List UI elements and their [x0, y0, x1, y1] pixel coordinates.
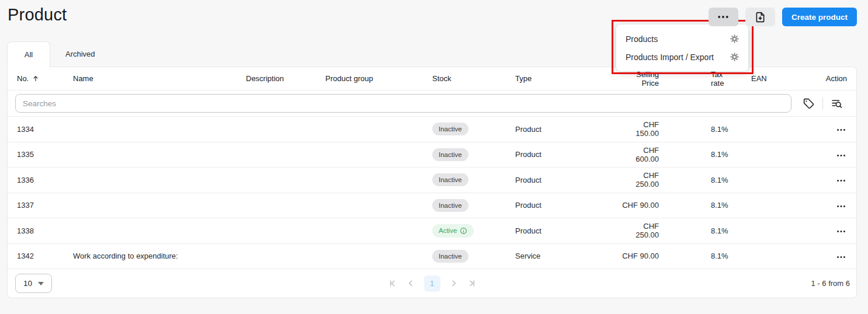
- column-header-stock[interactable]: Stock: [432, 74, 515, 83]
- menu-item-products-import-export[interactable]: Products Import / Export: [616, 48, 748, 66]
- gear-icon[interactable]: [730, 52, 739, 62]
- table-footer: 10 1: [8, 269, 856, 298]
- search-row: [8, 90, 856, 117]
- first-page-icon: [388, 279, 397, 288]
- stock-badge: Inactive: [432, 173, 468, 186]
- row-actions-button[interactable]: [835, 126, 847, 134]
- sort-asc-icon: [32, 75, 39, 82]
- row-actions-button[interactable]: [835, 152, 847, 159]
- cell-selling-price: CHF 90.00: [619, 252, 683, 260]
- advanced-search-button[interactable]: [829, 96, 845, 111]
- cell-action: [815, 124, 847, 134]
- cell-tax-rate: 8.1%: [683, 252, 736, 260]
- divider: [822, 97, 823, 110]
- cell-tax-rate: 8.1%: [683, 176, 736, 184]
- page-size-value: 10: [23, 279, 32, 288]
- column-header-ean[interactable]: EAN: [736, 74, 815, 83]
- column-header-type[interactable]: Type: [515, 74, 619, 83]
- cell-selling-price: CHF 250.00: [619, 222, 683, 239]
- cell-stock: Inactive: [432, 250, 515, 263]
- cell-stock: Inactive: [432, 173, 515, 186]
- menu-item-products[interactable]: Products: [616, 30, 748, 48]
- table-row[interactable]: 1334 Inactive Product CHF 150.00 8.1%: [8, 117, 856, 142]
- row-actions-button[interactable]: [835, 203, 847, 210]
- row-actions-button[interactable]: [835, 228, 847, 235]
- ellipsis-icon: [836, 128, 846, 131]
- search-input[interactable]: [15, 94, 791, 113]
- cell-action: [815, 252, 847, 261]
- cell-no: 1338: [17, 226, 73, 235]
- table-row[interactable]: 1337 Inactive Product CHF 90.00 8.1%: [8, 193, 856, 219]
- tab-all[interactable]: All: [7, 41, 50, 67]
- list-search-icon: [831, 97, 843, 110]
- info-icon[interactable]: [460, 227, 467, 235]
- table-row[interactable]: 1335 Inactive Product CHF 600.00 8.1%: [8, 142, 856, 168]
- toolbar: Create product: [709, 8, 857, 26]
- table-body: 1334 Inactive Product CHF 150.00 8.1% 13…: [8, 117, 856, 269]
- column-header-product-group[interactable]: Product group: [325, 74, 432, 83]
- tag-icon: [803, 97, 815, 110]
- row-actions-button[interactable]: [835, 177, 847, 184]
- pagination: 1: [387, 275, 478, 292]
- cell-no: 1337: [17, 201, 73, 210]
- table-row[interactable]: 1338 Active Product CHF 250.00 8.1%: [8, 218, 856, 244]
- stock-badge-label: Inactive: [439, 253, 462, 260]
- tab-archived[interactable]: Archived: [50, 41, 110, 67]
- first-page-button[interactable]: [387, 278, 398, 289]
- cell-stock: Active: [432, 224, 515, 238]
- products-table: No. Name Description Product group Stock…: [7, 67, 857, 298]
- next-page-button[interactable]: [448, 278, 459, 289]
- column-header-description[interactable]: Description: [246, 74, 325, 83]
- ellipsis-icon: [836, 205, 846, 208]
- last-page-button[interactable]: [467, 278, 478, 289]
- cell-type: Product: [515, 176, 619, 184]
- stock-badge-label: Inactive: [439, 125, 462, 132]
- stock-badge-label: Active: [439, 227, 457, 234]
- last-page-icon: [468, 279, 477, 288]
- stock-badge-label: Inactive: [439, 202, 462, 209]
- chevron-right-icon: [449, 279, 458, 288]
- cell-type: Product: [515, 226, 619, 235]
- ellipsis-icon: [717, 15, 729, 19]
- more-actions-button[interactable]: [709, 8, 738, 26]
- cell-stock: Inactive: [432, 123, 515, 135]
- column-header-name[interactable]: Name: [73, 74, 246, 83]
- ellipsis-icon: [836, 179, 846, 182]
- column-header-action: Action: [815, 74, 847, 83]
- stock-badge: Inactive: [432, 250, 468, 263]
- more-actions-menu: Products Products Import / Export: [616, 25, 748, 71]
- cell-type: Service: [515, 252, 619, 260]
- column-header-no[interactable]: No.: [17, 74, 73, 83]
- page-size-select[interactable]: 10: [15, 274, 52, 293]
- cell-selling-price: CHF 600.00: [619, 146, 683, 163]
- cell-tax-rate: 8.1%: [683, 125, 736, 134]
- ellipsis-icon: [836, 230, 846, 233]
- row-actions-button[interactable]: [835, 253, 847, 261]
- column-header-selling-price[interactable]: Selling Price: [619, 70, 683, 88]
- cell-type: Product: [515, 125, 619, 134]
- previous-page-button[interactable]: [405, 278, 416, 289]
- table-row[interactable]: 1336 Inactive Product CHF 250.00 8.1%: [8, 168, 856, 193]
- create-product-button[interactable]: Create product: [782, 8, 857, 26]
- tag-filter-button[interactable]: [801, 96, 817, 111]
- export-button[interactable]: [745, 8, 775, 26]
- cell-action: [815, 226, 847, 235]
- gear-icon[interactable]: [730, 34, 739, 44]
- current-page-button[interactable]: 1: [424, 275, 440, 292]
- stock-badge-label: Inactive: [439, 176, 462, 183]
- chevron-down-icon: [38, 282, 44, 285]
- cell-no: 1335: [17, 150, 73, 159]
- table-row[interactable]: 1342 Work according to expenditure: Inac…: [8, 244, 856, 270]
- cell-no: 1342: [17, 252, 73, 260]
- cell-tax-rate: 8.1%: [683, 226, 736, 235]
- ellipsis-icon: [836, 256, 846, 259]
- cell-tax-rate: 8.1%: [683, 150, 736, 159]
- stock-badge: Inactive: [432, 199, 468, 212]
- cell-action: [815, 175, 847, 184]
- cell-selling-price: CHF 150.00: [619, 120, 683, 138]
- cell-tax-rate: 8.1%: [683, 201, 736, 210]
- cell-selling-price: CHF 250.00: [619, 171, 683, 189]
- cell-type: Product: [515, 150, 619, 159]
- stock-badge: Inactive: [432, 148, 468, 161]
- column-header-tax-rate[interactable]: Tax rate: [683, 70, 736, 88]
